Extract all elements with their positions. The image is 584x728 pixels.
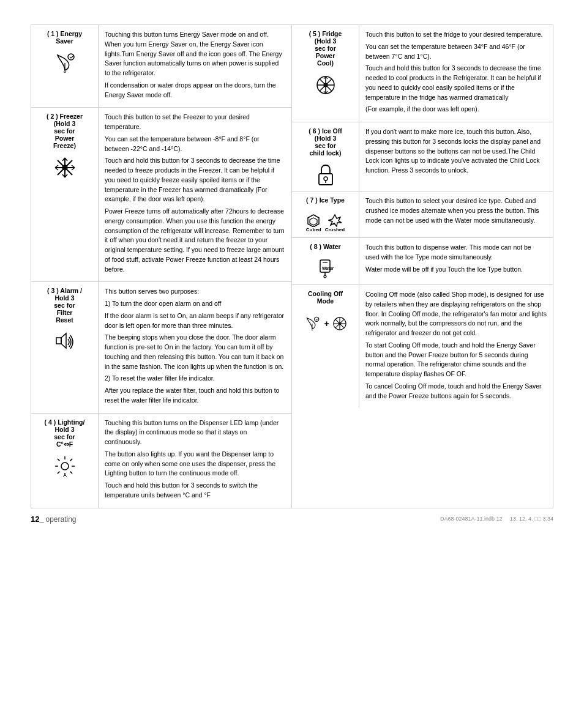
section-lighting: ( 4 ) Lighting/Hold 3sec forC°⇔F <box>31 414 291 508</box>
fridge-text4: (For example, if the door was left open)… <box>365 105 547 114</box>
section-ice-off: ( 6 ) Ice Off(Hold 3sec forchild lock) <box>292 122 553 191</box>
energy-saver-text: Touching this button turns Energy Saver … <box>105 30 285 78</box>
section-ice-type: ( 7 ) Ice Type Cubed <box>292 191 553 238</box>
lighting-icon-area <box>54 455 76 477</box>
ice-off-text1: If you don't want to make more ice, touc… <box>365 127 547 176</box>
lighting-text3: Touch and hold this button for 3 seconds… <box>105 481 285 500</box>
svg-rect-37 <box>319 174 332 185</box>
ice-off-icon-area <box>316 164 335 186</box>
section-content-energy-saver: Touching this button turns Energy Saver … <box>99 25 291 107</box>
svg-marker-15 <box>61 333 66 348</box>
section-label-energy-saver: ( 1 ) EnergySaver <box>31 25 99 107</box>
freezer-text3: Touch and hold this button for 3 seconds… <box>105 156 285 204</box>
alarm-label: ( 3 ) Alarm /Hold 3sec forFilterReset <box>47 287 82 324</box>
fridge-text3: Touch and hold this button for 3 seconds… <box>365 64 547 102</box>
crushed-ice-icon: Crushed <box>325 214 345 232</box>
svg-point-48 <box>315 317 319 321</box>
svg-point-16 <box>61 462 69 470</box>
section-label-ice-type: ( 7 ) Ice Type Cubed <box>292 191 359 237</box>
ice-type-icon-area: Cubed Crushed <box>306 211 345 232</box>
freezer-text4: Power Freeze turns off automatically aft… <box>105 207 285 274</box>
section-label-ice-off: ( 6 ) Ice Off(Hold 3sec forchild lock) <box>292 122 359 191</box>
cooling-off-label: Cooling OffMode <box>308 290 343 305</box>
lighting-label: ( 4 ) Lighting/Hold 3sec forC°⇔F <box>45 418 85 448</box>
freezer-icon <box>54 157 76 179</box>
fridge-text2: You can set the temperature between 34°F… <box>365 42 547 62</box>
section-content-lighting: Touching this button turns on the Dispen… <box>99 414 291 508</box>
energy-saver-text2: If condensation or water drops appear on… <box>105 81 285 100</box>
cooling-off-text1: Cooling Off mode (also called Shop mode)… <box>365 290 547 338</box>
svg-point-38 <box>324 177 328 180</box>
section-fridge: ( 5 ) Fridge(Hold 3sec forPowerCool) <box>292 25 553 122</box>
section-label-lighting: ( 4 ) Lighting/Hold 3sec forC°⇔F <box>31 414 99 508</box>
svg-line-21 <box>57 458 59 461</box>
fridge-text1: Touch this button to set the fridge to y… <box>365 30 547 40</box>
energy-saver-icon-area <box>53 52 77 74</box>
snowflake-icon-small <box>332 316 348 332</box>
fridge-label: ( 5 ) Fridge(Hold 3sec forPowerCool) <box>309 30 342 67</box>
section-content-fridge: Touch this button to set the fridge to y… <box>359 25 553 122</box>
right-column: ( 5 ) Fridge(Hold 3sec forPowerCool) <box>292 25 553 508</box>
svg-line-23 <box>70 458 72 461</box>
section-content-cooling-off: Cooling Off mode (also called Shop mode)… <box>359 285 553 408</box>
section-content-ice-off: If you don't want to make more ice, touc… <box>359 122 553 191</box>
alarm-icon <box>54 331 76 353</box>
plus-icon: + <box>324 319 329 329</box>
lighting-text1: Touching this button turns on the Dispen… <box>105 418 285 447</box>
water-text1: Touch this button to dispense water. Thi… <box>365 243 547 262</box>
svg-line-22 <box>70 471 72 474</box>
page: ( 1 ) EnergySaver Touch <box>0 0 584 542</box>
left-column: ( 1 ) EnergySaver Touch <box>31 25 292 508</box>
ice-type-label: ( 7 ) Ice Type <box>306 196 345 204</box>
alarm-text5: After you replace the water filter, touc… <box>105 386 285 406</box>
lighting-text2: The button also lights up. If you want t… <box>105 450 285 478</box>
alarm-text3: The beeping stops when you close the doo… <box>105 333 285 371</box>
svg-point-0 <box>68 54 74 60</box>
freezer-icon-area <box>54 157 76 179</box>
alarm-text4: 2) To reset the water filter life indica… <box>105 374 285 384</box>
water-icon: Water <box>316 258 335 280</box>
lock-icon <box>316 164 335 186</box>
cubed-ice-icon: Cubed <box>306 214 321 232</box>
water-text2: Water mode will be off if you Touch the … <box>365 265 547 275</box>
alarm-icon-area <box>54 331 76 353</box>
alarm-text1: 1) To turn the door open alarm on and of… <box>105 299 285 309</box>
freezer-label: ( 2 ) Freezer(Hold 3sec forPowerFreeze) <box>47 113 83 149</box>
water-icon-area: Water <box>316 258 335 280</box>
section-content-water: Touch this button to dispense water. Thi… <box>359 238 553 284</box>
ice-off-label: ( 6 ) Ice Off(Hold 3sec forchild lock) <box>309 127 342 157</box>
energy-saver-icon <box>53 52 77 74</box>
section-content-alarm: This button serves two purposes: 1) To t… <box>99 282 291 412</box>
section-label-freezer: ( 2 ) Freezer(Hold 3sec forPowerFreeze) <box>31 108 99 281</box>
alarm-text2: If the door alarm is set to On, an alarm… <box>105 311 285 331</box>
ice-type-text1: Touch this button to select your desired… <box>365 196 547 225</box>
section-content-ice-type: Touch this button to select your desired… <box>359 191 553 237</box>
cooling-off-text2: To start Cooling Off mode, touch and hol… <box>365 341 547 379</box>
water-label: ( 8 ) Water <box>310 243 340 250</box>
section-freezer: ( 2 ) Freezer(Hold 3sec forPowerFreeze) <box>31 108 291 282</box>
fridge-icon <box>313 74 338 96</box>
crushed-label: Crushed <box>325 227 345 232</box>
cubed-label: Cubed <box>306 227 321 232</box>
svg-text:Water: Water <box>322 266 334 270</box>
energy-saver-icon-small <box>303 316 321 332</box>
alarm-text-intro: This button serves two purposes: <box>105 287 285 297</box>
svg-rect-14 <box>56 338 61 344</box>
svg-line-24 <box>57 471 59 474</box>
freezer-text1: Touch this button to set the Freezer to … <box>105 113 285 132</box>
freezer-text2: You can set the temperature between -8°F… <box>105 135 285 154</box>
cooling-off-icon-area: + <box>303 312 347 332</box>
cooling-off-text3: To cancel Cooling Off mode, touch and ho… <box>365 382 547 401</box>
section-cooling-off: Cooling OffMode + <box>292 285 553 408</box>
page-number: 12_ operating <box>31 514 77 524</box>
section-water: ( 8 ) Water Water Touch <box>292 238 553 285</box>
section-content-freezer: Touch this button to set the Freezer to … <box>99 108 291 281</box>
section-label-water: ( 8 ) Water Water <box>292 238 359 284</box>
section-label-fridge: ( 5 ) Fridge(Hold 3sec forPowerCool) <box>292 25 359 122</box>
section-energy-saver: ( 1 ) EnergySaver Touch <box>31 25 291 108</box>
footer: 12_ operating DA68-02481A-11.indb 12 13.… <box>31 514 553 524</box>
section-label-cooling-off: Cooling OffMode + <box>292 285 359 408</box>
svg-marker-42 <box>329 215 342 226</box>
main-grid: ( 1 ) EnergySaver Touch <box>31 24 553 508</box>
lighting-icon <box>54 455 76 477</box>
